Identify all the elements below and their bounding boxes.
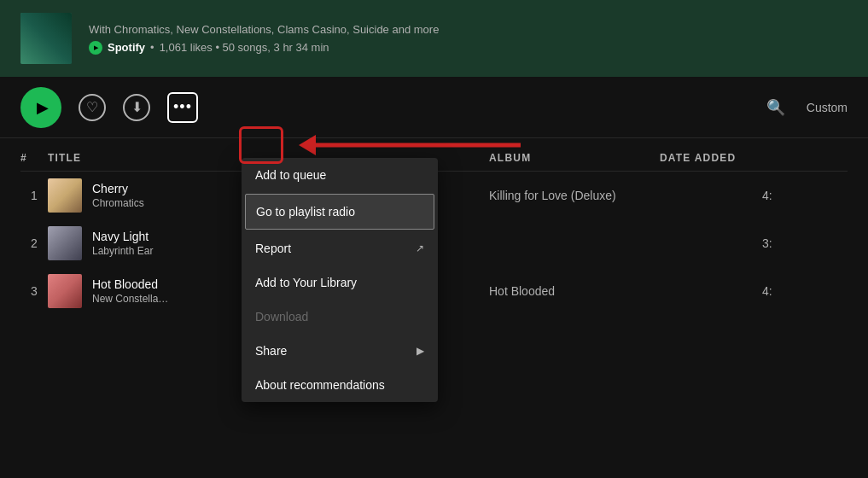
playlist-info: With Chromatics, New Constellations, Cla… [89,23,439,55]
col-number: # [20,152,48,164]
song-thumbnail [48,226,82,260]
play-button[interactable] [20,87,61,128]
row-number: 1 [20,189,48,202]
playlist-stats: 1,061 likes • 50 songs, 3 hr 34 min [160,41,329,54]
context-menu: Add to queue Go to playlist radio Report… [242,158,438,402]
controls-bar: ♡ ⬇ ••• 🔍 Custom [0,77,868,138]
song-info: Cherry Chromatics [92,182,144,209]
menu-item-label: Report [255,242,291,255]
more-options-button[interactable]: ••• [167,92,198,123]
song-artist: Chromatics [92,197,144,209]
song-info: Navy Light Labyrinth Ear [92,230,153,257]
menu-item-add-to-queue[interactable]: Add to queue [242,158,438,192]
submenu-arrow-icon: ▶ [417,345,424,357]
menu-item-label: About recommendations [255,378,385,392]
song-artist: New Constella… [92,293,168,305]
menu-item-label: Add to queue [255,168,326,182]
menu-item-label: Go to playlist radio [256,205,355,219]
like-button[interactable]: ♡ [79,94,106,121]
song-duration: 4: [762,189,848,202]
menu-item-label: Add to Your Library [255,276,357,289]
playlist-meta: Spotify • 1,061 likes • 50 songs, 3 hr 3… [89,41,439,55]
row-number: 2 [20,236,48,250]
row-number: 3 [20,284,48,298]
col-album: ALBUM [489,152,660,164]
menu-item-add-to-library[interactable]: Add to Your Library [242,265,438,300]
menu-item-report[interactable]: Report ↗ [242,231,438,265]
menu-item-label: Share [255,344,287,358]
download-circle-button[interactable]: ⬇ [123,94,150,121]
song-artist: Labyrinth Ear [92,245,153,257]
menu-item-label: Download [255,310,308,324]
song-album: Killing for Love (Deluxe) [489,189,660,202]
menu-item-about-recommendations[interactable]: About recommendations [242,368,438,402]
song-title: Navy Light [92,230,153,243]
col-duration [762,152,848,164]
playlist-album-art [20,13,72,64]
search-icon[interactable]: 🔍 [762,94,789,121]
menu-item-playlist-radio[interactable]: Go to playlist radio [245,194,434,230]
song-duration: 3: [762,236,848,250]
song-duration: 4: [762,284,848,298]
song-title: Cherry [92,182,144,195]
custom-view-label[interactable]: Custom [807,101,848,114]
playlist-subtitle: With Chromatics, New Constellations, Cla… [89,23,439,36]
menu-item-download: Download [242,300,438,334]
menu-item-share[interactable]: Share ▶ [242,334,438,368]
external-link-icon: ↗ [416,242,424,254]
song-album: Hot Blooded [489,284,660,298]
spotify-brand: Spotify [108,41,145,54]
spotify-logo-icon [89,41,102,55]
song-thumbnail [48,274,82,308]
playlist-header: With Chromatics, New Constellations, Cla… [0,0,868,77]
song-title: Hot Blooded [92,277,168,291]
playlist-details: • [150,41,154,54]
song-info: Hot Blooded New Constella… [92,277,168,305]
col-date: DATE ADDED [660,152,762,164]
song-thumbnail [48,178,82,213]
